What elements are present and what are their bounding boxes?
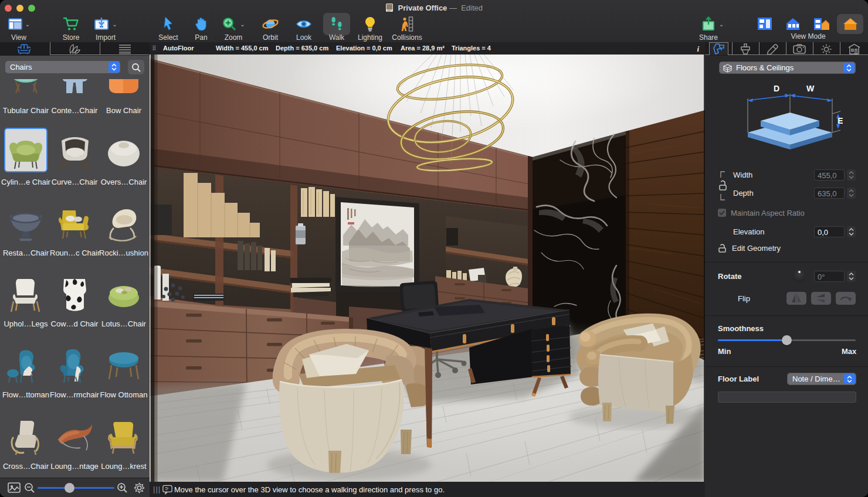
svg-text:D: D [774, 84, 779, 93]
svg-text:E: E [838, 116, 843, 125]
svg-text:W: W [806, 84, 815, 93]
